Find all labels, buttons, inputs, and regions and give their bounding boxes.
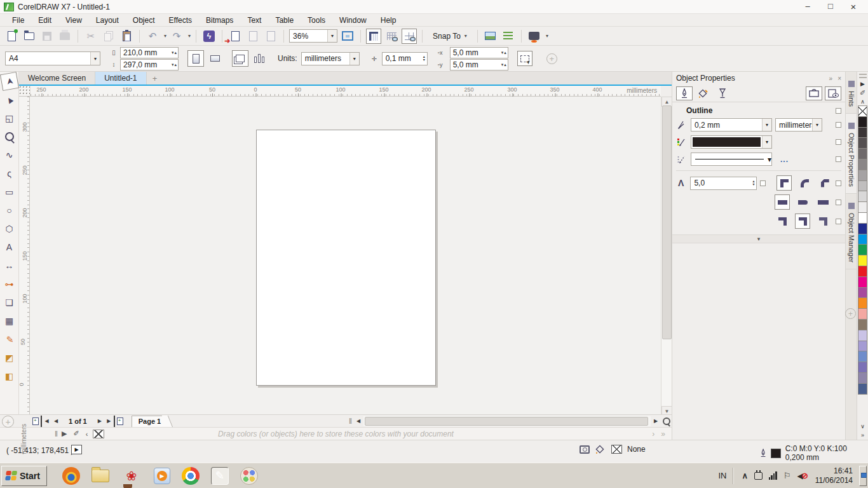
add-page-before-button[interactable] [31,416,41,427]
style-settings-button[interactable]: ... [780,155,789,164]
document-palette-grip[interactable]: ‖ [0,430,58,438]
outline-width-checkbox[interactable] [836,122,841,128]
spin-up-icon[interactable]: ▴ [174,62,177,67]
palette-expand-button[interactable]: » [858,431,868,440]
polygon-tool[interactable]: ⬡ [1,220,18,237]
vtab-object-properties[interactable]: Object Properties [846,114,857,194]
page-height-field[interactable]: 297,0 mm ▾▴ [120,59,179,71]
maximize-button[interactable]: □ [825,1,836,12]
spin-down-icon[interactable]: ▾ [172,62,174,67]
document-palette-expand[interactable]: » [661,430,665,438]
document-palette-scroll-left[interactable]: ‹ [83,430,92,438]
document-palette-scroll-right[interactable]: › [652,430,654,438]
preset-combo-arrow-icon[interactable]: ▾ [90,52,100,65]
tab-welcome-screen[interactable]: Welcome Screen [19,72,95,85]
color-swatch[interactable] [858,212,867,224]
color-swatch[interactable] [858,180,867,192]
color-swatch[interactable] [858,319,867,330]
miter-limit-field[interactable]: 5,0 ▴▾ [690,177,757,190]
inside-position-button[interactable] [815,214,831,229]
outline-units-combo[interactable]: millimeters ▾ [775,118,822,132]
search-content-button[interactable]: ϟ [201,29,217,44]
zoom-tool[interactable] [1,128,18,145]
menu-item[interactable]: Layout [89,15,126,26]
bevel-corner-button[interactable] [817,175,832,191]
horizontal-scrollbar[interactable] [363,416,651,426]
drawing-canvas[interactable] [30,97,661,416]
document-page[interactable] [256,130,436,386]
menu-item[interactable]: Table [268,15,301,26]
all-pages-button[interactable] [232,50,248,67]
no-color-swatch[interactable] [858,105,867,117]
zoom-combo-arrow-icon[interactable]: ▾ [327,30,337,42]
menu-item[interactable]: Edit [31,15,58,26]
document-no-color-swatch[interactable] [93,430,104,438]
miter-spinners[interactable]: ▴▾ [752,180,756,186]
coreldraw-taskbar-icon[interactable]: ✎ [211,467,229,485]
spin-up-icon[interactable]: ▴ [504,62,506,67]
docker-close-button[interactable]: × [837,75,841,82]
spin-down-icon[interactable]: ▾ [423,58,425,62]
color-swatch[interactable] [858,341,867,352]
volume-muted-icon[interactable]: ◀⊘ [797,471,803,480]
spin-down-icon[interactable]: ▾ [501,50,504,55]
horizontal-ruler[interactable]: millimeters 2502001501005005010015020025… [31,86,661,97]
page-width-field[interactable]: 210,0 mm ▾▴ [120,47,179,58]
show-guidelines-button[interactable] [402,29,417,44]
outline-color-arrow-icon[interactable]: ▾ [762,136,771,148]
redo-button[interactable]: ↷ [169,29,184,44]
export-button[interactable] [245,29,261,44]
color-swatch[interactable] [858,170,867,181]
redo-dropdown[interactable]: ▾ [188,33,191,39]
add-property-button[interactable]: + [546,53,557,64]
spin-up-icon[interactable]: ▴ [174,50,177,55]
ellipse-tool[interactable]: ○ [1,202,18,219]
last-page-button[interactable]: ▶ [105,416,115,427]
menu-item[interactable]: Window [332,15,374,26]
minimize-button[interactable]: – [802,1,813,12]
color-swatch[interactable] [858,308,867,320]
language-indicator[interactable]: IN [712,471,733,480]
freehand-tool[interactable]: ∿ [1,147,18,163]
menu-item[interactable]: View [58,15,89,26]
color-eyedropper-tool[interactable]: ✐ [1,331,18,348]
scrollbar-splitter[interactable]: ‖ [347,417,353,426]
color-swatch[interactable] [858,127,867,139]
coordinates-flyout-button[interactable]: ▶ [71,445,82,454]
show-hidden-icons-button[interactable]: ∧ [742,471,748,480]
cap-checkbox[interactable] [836,200,841,205]
file-explorer-icon[interactable] [92,470,109,482]
show-desktop-button[interactable] [859,466,867,486]
miter-checkbox[interactable] [760,180,766,186]
landscape-button[interactable] [207,50,223,67]
menu-item[interactable]: Effects [162,15,199,26]
document-palette-eyedropper-icon[interactable]: ✐ [70,430,82,438]
zoom-level-combo[interactable]: 36% ▾ [289,29,337,43]
ruler-origin-button[interactable] [19,86,31,97]
publish-pdf-button[interactable] [263,29,278,44]
extended-cap-button[interactable] [815,194,831,210]
outline-color-combo[interactable]: ▾ [691,135,772,149]
horizontal-scroll-thumb[interactable] [365,417,648,426]
rectangle-tool[interactable]: ▭ [1,184,18,200]
color-swatch[interactable] [858,372,867,384]
new-document-button[interactable] [4,29,19,44]
interactive-fill-tool[interactable]: ◩ [1,349,18,366]
paste-button[interactable] [119,29,134,44]
vertical-scrollbar[interactable]: ▲ ▼ [661,97,672,416]
treat-as-filled-button[interactable] [517,51,532,66]
palette-flyout-button[interactable]: ▶ [858,79,868,88]
pick-tool[interactable]: ➤ [0,72,19,91]
menu-item[interactable]: Bitmaps [199,15,240,26]
new-document-tab-button[interactable]: + [147,72,163,85]
action-center-flag-icon[interactable]: ⚐ [783,471,791,480]
undo-button[interactable]: ↶ [145,29,160,44]
next-page-button[interactable]: ▶ [95,416,105,427]
network-signal-icon[interactable] [769,471,777,480]
menu-item[interactable]: Help [374,15,403,26]
menu-item[interactable]: File [5,15,31,26]
import-button[interactable]: ➜ [227,29,243,44]
photo-paint-icon[interactable] [240,467,258,485]
document-palette-flyout[interactable]: ▶ [58,430,70,438]
preview-toggle-button[interactable] [825,86,841,100]
